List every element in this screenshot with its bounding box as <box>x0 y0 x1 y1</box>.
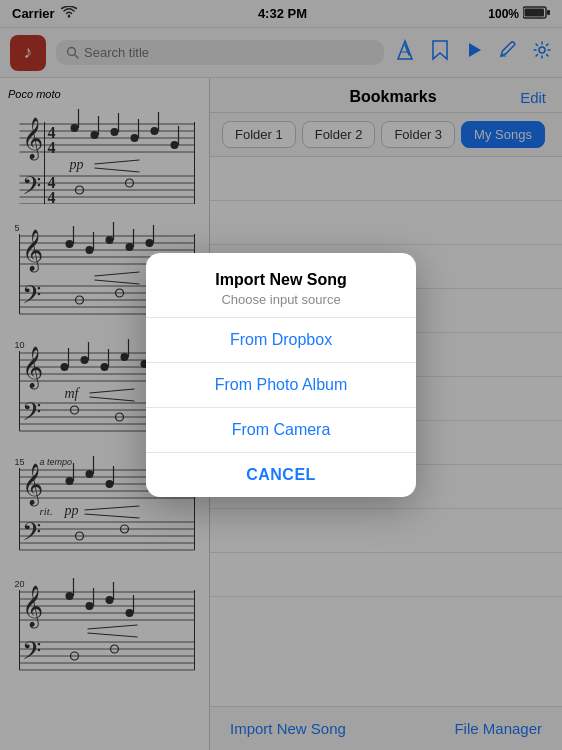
from-photo-album-button[interactable]: From Photo Album <box>146 363 416 408</box>
modal-overlay: Import New Song Choose input source From… <box>0 0 562 750</box>
from-camera-button[interactable]: From Camera <box>146 408 416 453</box>
modal-subtitle: Choose input source <box>166 292 396 307</box>
modal-header: Import New Song Choose input source <box>146 253 416 318</box>
modal-title: Import New Song <box>166 271 396 289</box>
cancel-button[interactable]: CANCEL <box>146 453 416 497</box>
import-modal: Import New Song Choose input source From… <box>146 253 416 497</box>
from-dropbox-button[interactable]: From Dropbox <box>146 318 416 363</box>
